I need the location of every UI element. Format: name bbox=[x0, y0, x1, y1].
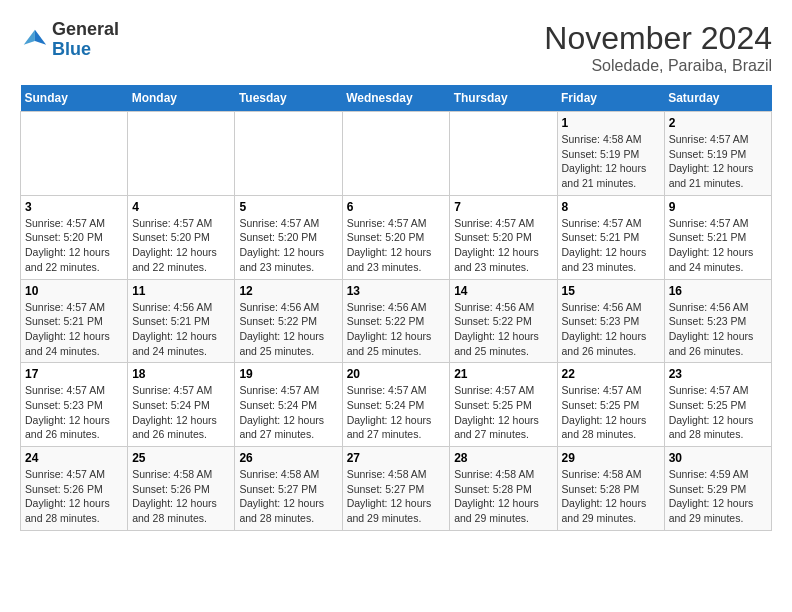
day-number: 8 bbox=[562, 200, 660, 214]
day-number: 10 bbox=[25, 284, 123, 298]
calendar-cell bbox=[128, 112, 235, 196]
calendar-cell: 22Sunrise: 4:57 AM Sunset: 5:25 PM Dayli… bbox=[557, 363, 664, 447]
day-number: 26 bbox=[239, 451, 337, 465]
day-number: 27 bbox=[347, 451, 446, 465]
calendar-cell: 1Sunrise: 4:58 AM Sunset: 5:19 PM Daylig… bbox=[557, 112, 664, 196]
calendar-cell: 16Sunrise: 4:56 AM Sunset: 5:23 PM Dayli… bbox=[664, 279, 771, 363]
logo: General Blue bbox=[20, 20, 119, 60]
day-info: Sunrise: 4:57 AM Sunset: 5:25 PM Dayligh… bbox=[562, 383, 660, 442]
weekday-header: Monday bbox=[128, 85, 235, 112]
day-number: 18 bbox=[132, 367, 230, 381]
day-number: 5 bbox=[239, 200, 337, 214]
day-number: 14 bbox=[454, 284, 552, 298]
day-number: 22 bbox=[562, 367, 660, 381]
weekday-header: Wednesday bbox=[342, 85, 450, 112]
calendar-cell: 27Sunrise: 4:58 AM Sunset: 5:27 PM Dayli… bbox=[342, 447, 450, 531]
day-info: Sunrise: 4:57 AM Sunset: 5:21 PM Dayligh… bbox=[25, 300, 123, 359]
day-info: Sunrise: 4:59 AM Sunset: 5:29 PM Dayligh… bbox=[669, 467, 767, 526]
calendar-cell: 19Sunrise: 4:57 AM Sunset: 5:24 PM Dayli… bbox=[235, 363, 342, 447]
day-number: 19 bbox=[239, 367, 337, 381]
calendar-cell: 28Sunrise: 4:58 AM Sunset: 5:28 PM Dayli… bbox=[450, 447, 557, 531]
day-number: 20 bbox=[347, 367, 446, 381]
calendar-cell: 26Sunrise: 4:58 AM Sunset: 5:27 PM Dayli… bbox=[235, 447, 342, 531]
day-info: Sunrise: 4:57 AM Sunset: 5:20 PM Dayligh… bbox=[347, 216, 446, 275]
month-title: November 2024 bbox=[544, 20, 772, 57]
day-number: 24 bbox=[25, 451, 123, 465]
day-info: Sunrise: 4:58 AM Sunset: 5:27 PM Dayligh… bbox=[347, 467, 446, 526]
day-info: Sunrise: 4:57 AM Sunset: 5:20 PM Dayligh… bbox=[25, 216, 123, 275]
day-info: Sunrise: 4:56 AM Sunset: 5:22 PM Dayligh… bbox=[347, 300, 446, 359]
calendar-cell: 21Sunrise: 4:57 AM Sunset: 5:25 PM Dayli… bbox=[450, 363, 557, 447]
weekday-header: Thursday bbox=[450, 85, 557, 112]
day-number: 30 bbox=[669, 451, 767, 465]
weekday-header: Friday bbox=[557, 85, 664, 112]
calendar-cell: 2Sunrise: 4:57 AM Sunset: 5:19 PM Daylig… bbox=[664, 112, 771, 196]
day-info: Sunrise: 4:58 AM Sunset: 5:27 PM Dayligh… bbox=[239, 467, 337, 526]
day-number: 9 bbox=[669, 200, 767, 214]
weekday-header: Tuesday bbox=[235, 85, 342, 112]
day-info: Sunrise: 4:57 AM Sunset: 5:19 PM Dayligh… bbox=[669, 132, 767, 191]
calendar-cell bbox=[450, 112, 557, 196]
day-info: Sunrise: 4:58 AM Sunset: 5:26 PM Dayligh… bbox=[132, 467, 230, 526]
day-number: 23 bbox=[669, 367, 767, 381]
day-number: 2 bbox=[669, 116, 767, 130]
calendar-cell: 23Sunrise: 4:57 AM Sunset: 5:25 PM Dayli… bbox=[664, 363, 771, 447]
calendar-cell: 18Sunrise: 4:57 AM Sunset: 5:24 PM Dayli… bbox=[128, 363, 235, 447]
calendar-cell: 4Sunrise: 4:57 AM Sunset: 5:20 PM Daylig… bbox=[128, 195, 235, 279]
day-info: Sunrise: 4:57 AM Sunset: 5:25 PM Dayligh… bbox=[669, 383, 767, 442]
weekday-header: Sunday bbox=[21, 85, 128, 112]
logo-icon bbox=[20, 26, 48, 54]
day-number: 25 bbox=[132, 451, 230, 465]
day-info: Sunrise: 4:58 AM Sunset: 5:28 PM Dayligh… bbox=[562, 467, 660, 526]
calendar-cell: 9Sunrise: 4:57 AM Sunset: 5:21 PM Daylig… bbox=[664, 195, 771, 279]
calendar-cell: 10Sunrise: 4:57 AM Sunset: 5:21 PM Dayli… bbox=[21, 279, 128, 363]
calendar-cell bbox=[342, 112, 450, 196]
calendar-cell: 12Sunrise: 4:56 AM Sunset: 5:22 PM Dayli… bbox=[235, 279, 342, 363]
day-info: Sunrise: 4:57 AM Sunset: 5:23 PM Dayligh… bbox=[25, 383, 123, 442]
calendar-week-row: 24Sunrise: 4:57 AM Sunset: 5:26 PM Dayli… bbox=[21, 447, 772, 531]
day-number: 11 bbox=[132, 284, 230, 298]
logo-text: General Blue bbox=[52, 20, 119, 60]
calendar-cell: 3Sunrise: 4:57 AM Sunset: 5:20 PM Daylig… bbox=[21, 195, 128, 279]
day-info: Sunrise: 4:57 AM Sunset: 5:26 PM Dayligh… bbox=[25, 467, 123, 526]
day-number: 17 bbox=[25, 367, 123, 381]
calendar-cell: 14Sunrise: 4:56 AM Sunset: 5:22 PM Dayli… bbox=[450, 279, 557, 363]
calendar-cell: 11Sunrise: 4:56 AM Sunset: 5:21 PM Dayli… bbox=[128, 279, 235, 363]
weekday-header: Saturday bbox=[664, 85, 771, 112]
calendar-cell: 25Sunrise: 4:58 AM Sunset: 5:26 PM Dayli… bbox=[128, 447, 235, 531]
calendar-cell: 7Sunrise: 4:57 AM Sunset: 5:20 PM Daylig… bbox=[450, 195, 557, 279]
day-number: 12 bbox=[239, 284, 337, 298]
calendar-cell: 24Sunrise: 4:57 AM Sunset: 5:26 PM Dayli… bbox=[21, 447, 128, 531]
day-info: Sunrise: 4:57 AM Sunset: 5:20 PM Dayligh… bbox=[454, 216, 552, 275]
day-number: 13 bbox=[347, 284, 446, 298]
calendar-cell: 29Sunrise: 4:58 AM Sunset: 5:28 PM Dayli… bbox=[557, 447, 664, 531]
day-info: Sunrise: 4:57 AM Sunset: 5:21 PM Dayligh… bbox=[562, 216, 660, 275]
day-info: Sunrise: 4:58 AM Sunset: 5:19 PM Dayligh… bbox=[562, 132, 660, 191]
calendar-cell: 5Sunrise: 4:57 AM Sunset: 5:20 PM Daylig… bbox=[235, 195, 342, 279]
weekday-header-row: SundayMondayTuesdayWednesdayThursdayFrid… bbox=[21, 85, 772, 112]
calendar-week-row: 10Sunrise: 4:57 AM Sunset: 5:21 PM Dayli… bbox=[21, 279, 772, 363]
calendar-table: SundayMondayTuesdayWednesdayThursdayFrid… bbox=[20, 85, 772, 531]
calendar-cell: 13Sunrise: 4:56 AM Sunset: 5:22 PM Dayli… bbox=[342, 279, 450, 363]
calendar-cell bbox=[235, 112, 342, 196]
day-info: Sunrise: 4:57 AM Sunset: 5:24 PM Dayligh… bbox=[132, 383, 230, 442]
calendar-cell: 6Sunrise: 4:57 AM Sunset: 5:20 PM Daylig… bbox=[342, 195, 450, 279]
day-number: 1 bbox=[562, 116, 660, 130]
day-number: 16 bbox=[669, 284, 767, 298]
calendar-cell: 20Sunrise: 4:57 AM Sunset: 5:24 PM Dayli… bbox=[342, 363, 450, 447]
svg-marker-0 bbox=[35, 30, 46, 45]
day-number: 15 bbox=[562, 284, 660, 298]
day-info: Sunrise: 4:57 AM Sunset: 5:20 PM Dayligh… bbox=[239, 216, 337, 275]
day-info: Sunrise: 4:57 AM Sunset: 5:24 PM Dayligh… bbox=[347, 383, 446, 442]
calendar-week-row: 17Sunrise: 4:57 AM Sunset: 5:23 PM Dayli… bbox=[21, 363, 772, 447]
title-block: November 2024 Soledade, Paraiba, Brazil bbox=[544, 20, 772, 75]
calendar-cell: 15Sunrise: 4:56 AM Sunset: 5:23 PM Dayli… bbox=[557, 279, 664, 363]
page-header: General Blue November 2024 Soledade, Par… bbox=[20, 20, 772, 75]
calendar-cell bbox=[21, 112, 128, 196]
calendar-cell: 30Sunrise: 4:59 AM Sunset: 5:29 PM Dayli… bbox=[664, 447, 771, 531]
day-number: 21 bbox=[454, 367, 552, 381]
calendar-cell: 17Sunrise: 4:57 AM Sunset: 5:23 PM Dayli… bbox=[21, 363, 128, 447]
day-number: 29 bbox=[562, 451, 660, 465]
calendar-week-row: 1Sunrise: 4:58 AM Sunset: 5:19 PM Daylig… bbox=[21, 112, 772, 196]
location-subtitle: Soledade, Paraiba, Brazil bbox=[544, 57, 772, 75]
